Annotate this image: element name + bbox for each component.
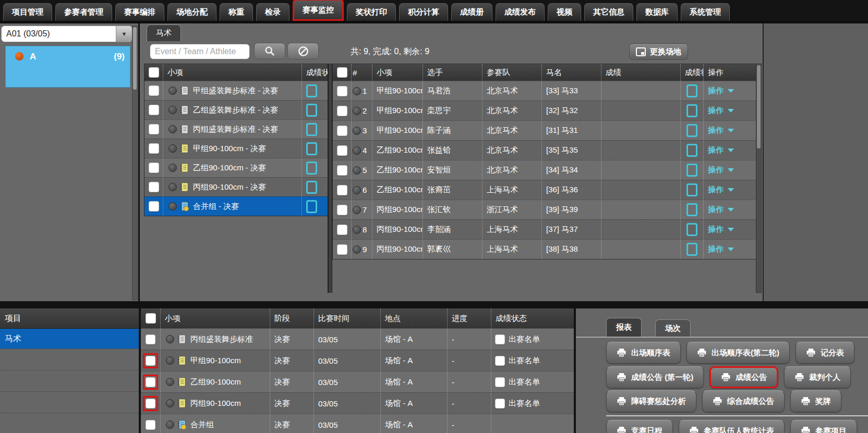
menu-item-check-in[interactable]: 检录 (256, 3, 290, 21)
radio-icon[interactable] (353, 245, 361, 254)
menu-item-video[interactable]: 视频 (548, 3, 581, 21)
radio-icon[interactable] (168, 106, 177, 114)
print-score-sheet-button[interactable]: 记分表 (795, 342, 854, 364)
menu-item-weighing[interactable]: 称重 (220, 3, 253, 21)
row-checkbox[interactable] (146, 399, 155, 408)
event-row[interactable]: 甲组盛装舞步标准 - 决赛 (144, 81, 328, 100)
radio-icon[interactable] (166, 335, 174, 343)
schedule-row[interactable]: 丙组盛装舞步标准 决赛 03/05 场馆 - A - 出赛名单 (141, 328, 574, 350)
result-status-box[interactable] (306, 200, 317, 213)
row-checkbox[interactable] (337, 185, 347, 195)
row-checkbox[interactable] (149, 125, 159, 134)
radio-icon[interactable] (353, 226, 361, 234)
print-judge-individual-button[interactable]: 裁判个人 (784, 366, 851, 388)
radio-icon[interactable] (353, 166, 361, 175)
venue-card-a[interactable]: A (9) (5, 46, 130, 88)
radio-icon[interactable] (168, 202, 177, 211)
menu-item-other-info[interactable]: 其它信息 (584, 3, 633, 21)
row-checkbox[interactable] (149, 182, 159, 192)
radio-icon[interactable] (166, 399, 174, 407)
row-checkbox[interactable] (146, 335, 155, 344)
row-checkbox[interactable] (337, 166, 347, 175)
radio-icon[interactable] (353, 87, 361, 95)
print-combined-results-button[interactable]: 综合成绩公告 (702, 390, 785, 412)
row-checkbox[interactable] (149, 144, 159, 153)
menu-item-event-scheduling[interactable]: 赛事编排 (115, 3, 164, 21)
change-venue-button[interactable]: 更换场地 (629, 43, 688, 60)
result-status-box[interactable] (686, 203, 697, 216)
result-status-box[interactable] (686, 243, 697, 256)
row-checkbox[interactable] (337, 225, 347, 234)
tab-sessions[interactable]: 场次 (655, 319, 691, 337)
athlete-row[interactable]: 7 丙组90-100cm 张汇钦 浙江马术 [39] 马39 操作 (333, 200, 756, 219)
schedule-row[interactable]: 合并组 决赛 03/05 场馆 - A - (141, 414, 574, 433)
athletes-scrollbar-thumb[interactable] (757, 65, 761, 149)
radio-icon[interactable] (353, 107, 361, 115)
action-dropdown[interactable]: 操作 (708, 205, 734, 215)
print-results-button-highlighted[interactable]: 成绩公告 (709, 366, 778, 388)
action-dropdown[interactable]: 操作 (708, 165, 734, 175)
radio-icon[interactable] (166, 378, 174, 386)
action-dropdown[interactable]: 操作 (708, 145, 734, 155)
print-team-headcount-stats-button[interactable]: 参赛队伍人数统计表 (679, 420, 785, 433)
row-checkbox[interactable] (146, 378, 155, 387)
row-checkbox[interactable] (149, 163, 159, 172)
search-button[interactable] (254, 43, 285, 59)
event-row[interactable]: 乙组盛装舞步标准 - 决赛 (144, 100, 328, 119)
action-dropdown[interactable]: 操作 (708, 185, 734, 195)
result-status-box[interactable] (306, 104, 317, 117)
athlete-row[interactable]: 2 甲组90-100cm 栾思宇 北京马术 [32] 马32 操作 (333, 101, 756, 120)
menu-item-venue-allocation[interactable]: 场地分配 (167, 3, 216, 21)
sidebar-scrollbar-thumb[interactable] (133, 27, 137, 90)
result-status-box[interactable] (686, 104, 697, 117)
menu-item-system-management[interactable]: 系统管理 (681, 3, 730, 21)
radio-icon[interactable] (166, 356, 174, 365)
result-status-box[interactable] (306, 162, 317, 175)
schedule-row[interactable]: 乙组90-100cm 决赛 03/05 场馆 - A - 出赛名单 (141, 371, 574, 392)
result-status-box[interactable] (306, 84, 317, 97)
row-checkbox[interactable] (337, 205, 347, 215)
menu-item-results-publishing[interactable]: 成绩发布 (496, 3, 545, 21)
result-status-box[interactable] (306, 123, 317, 136)
radio-icon[interactable] (353, 186, 361, 194)
row-checkbox[interactable] (149, 105, 159, 115)
row-checkbox[interactable] (146, 420, 155, 429)
print-jumping-penalty-analysis-button[interactable]: 障碍赛惩处分析 (606, 390, 696, 412)
athlete-row[interactable]: 1 甲组90-100cm 马君浩 北京马术 [33] 马33 操作 (333, 81, 756, 101)
event-row[interactable]: 乙组90-100cm - 决赛 (144, 158, 328, 177)
radio-icon[interactable] (168, 86, 177, 95)
row-checkbox[interactable] (337, 106, 347, 116)
action-dropdown[interactable]: 操作 (708, 225, 734, 234)
start-list-checkbox[interactable] (496, 399, 504, 408)
action-dropdown[interactable]: 操作 (708, 126, 734, 135)
result-status-box[interactable] (686, 84, 697, 97)
athletes-scrollbar[interactable] (756, 64, 762, 293)
radio-icon[interactable] (168, 125, 177, 133)
radio-icon[interactable] (353, 206, 361, 214)
event-row[interactable]: 丙组盛装舞步标准 - 决赛 (144, 119, 328, 139)
result-status-box[interactable] (686, 183, 697, 196)
select-all-checkbox[interactable] (146, 314, 155, 323)
result-status-box[interactable] (686, 144, 697, 157)
result-status-box[interactable] (686, 164, 697, 177)
action-dropdown[interactable]: 操作 (708, 86, 734, 96)
menu-item-certificate-printing[interactable]: 奖状打印 (347, 3, 396, 21)
print-competition-schedule-button[interactable]: 竞赛日程 (606, 420, 673, 433)
menu-item-project-management[interactable]: 项目管理 (3, 3, 52, 21)
event-row[interactable]: 甲组90-100cm - 决赛 (144, 139, 328, 158)
menu-item-results-book[interactable]: 成绩册 (451, 3, 492, 21)
radio-icon[interactable] (353, 127, 361, 135)
row-checkbox[interactable] (146, 356, 155, 365)
athlete-row[interactable]: 8 丙组90-100cm 李韶涵 上海马术 [37] 马37 操作 (333, 219, 756, 239)
project-item-equestrian-selected[interactable]: 马术 (0, 329, 139, 349)
radio-icon[interactable] (166, 420, 174, 429)
menu-item-event-monitoring-highlighted[interactable]: 赛事监控 (293, 0, 344, 21)
menu-item-participant-management[interactable]: 参赛者管理 (55, 3, 112, 21)
row-checkbox[interactable] (337, 245, 347, 254)
search-input[interactable] (150, 44, 250, 59)
result-status-box[interactable] (686, 124, 697, 137)
athlete-row[interactable]: 6 乙组90-100cm 张裔茁 上海马术 [36] 马36 操作 (333, 180, 756, 200)
tab-equestrian[interactable]: 马术 (147, 24, 181, 41)
schedule-row[interactable]: 丙组90-100cm 决赛 03/05 场馆 - A - 出赛名单 (141, 392, 574, 414)
start-list-checkbox[interactable] (496, 356, 504, 365)
